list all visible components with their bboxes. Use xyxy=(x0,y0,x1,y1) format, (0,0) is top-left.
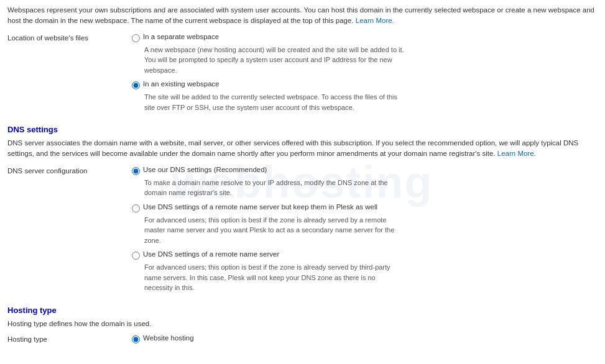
location-separate-radio[interactable] xyxy=(132,34,140,42)
dns-remote-keep-option: Use DNS settings of a remote name server… xyxy=(132,203,598,212)
dns-config-label: DNS server configuration xyxy=(7,166,132,175)
dns-options: Use our DNS settings (Recommended) To ma… xyxy=(132,166,598,298)
location-existing-desc: The site will be added to the currently … xyxy=(144,92,405,112)
dns-remote-desc: For advanced users; this option is best … xyxy=(144,262,405,293)
hosting-field-row: Hosting type Website hosting xyxy=(7,334,598,346)
location-label: Location of website's files xyxy=(7,33,132,42)
dns-intro-paragraph: DNS server associates the domain name wi… xyxy=(7,138,598,160)
website-hosting-label[interactable]: Website hosting xyxy=(143,334,194,342)
hosting-type-label: Hosting type xyxy=(7,334,132,343)
dns-remote-keep-label[interactable]: Use DNS settings of a remote name server… xyxy=(143,203,377,211)
website-hosting-option: Website hosting xyxy=(132,334,598,344)
location-separate-label[interactable]: In a separate webspace xyxy=(143,33,219,40)
location-separate-option: In a separate webspace xyxy=(132,33,598,42)
dns-recommended-desc: To make a domain name resolve to your IP… xyxy=(144,178,405,198)
location-existing-radio[interactable] xyxy=(132,81,140,89)
dns-remote-keep-radio[interactable] xyxy=(132,204,140,212)
dns-recommended-label[interactable]: Use our DNS settings (Recommended) xyxy=(143,166,267,173)
intro-text: Webspaces represent your own subscriptio… xyxy=(7,6,594,24)
dns-remote-radio[interactable] xyxy=(132,252,140,260)
dns-field-row: DNS server configuration Use our DNS set… xyxy=(7,166,598,298)
location-field-row: Location of website's files In a separat… xyxy=(7,33,598,118)
location-separate-desc: A new webspace (new hosting account) wil… xyxy=(144,45,405,76)
location-existing-option: In an existing webspace xyxy=(132,80,598,89)
location-options: In a separate webspace A new webspace (n… xyxy=(132,33,598,118)
hosting-section-heading: Hosting type xyxy=(7,306,598,315)
dns-remote-option: Use DNS settings of a remote name server xyxy=(132,250,598,260)
hosting-intro-text: Hosting type defines how the domain is u… xyxy=(7,319,598,329)
dns-recommended-option: Use our DNS settings (Recommended) xyxy=(132,166,598,175)
intro-paragraph: Webspaces represent your own subscriptio… xyxy=(7,5,598,27)
location-existing-label[interactable]: In an existing webspace xyxy=(143,80,219,88)
dns-remote-keep-desc: For advanced users; this option is best … xyxy=(144,215,405,246)
dns-section-heading: DNS settings xyxy=(7,125,598,134)
dns-recommended-radio[interactable] xyxy=(132,167,140,175)
dns-learn-more-link[interactable]: Learn More. xyxy=(497,150,536,157)
hosting-type-options: Website hosting xyxy=(132,334,598,346)
dns-remote-label[interactable]: Use DNS settings of a remote name server xyxy=(143,250,279,258)
intro-learn-more-link[interactable]: Learn More. xyxy=(356,17,394,24)
website-hosting-radio[interactable] xyxy=(132,335,140,344)
dns-intro-text: DNS server associates the domain name wi… xyxy=(7,139,578,157)
